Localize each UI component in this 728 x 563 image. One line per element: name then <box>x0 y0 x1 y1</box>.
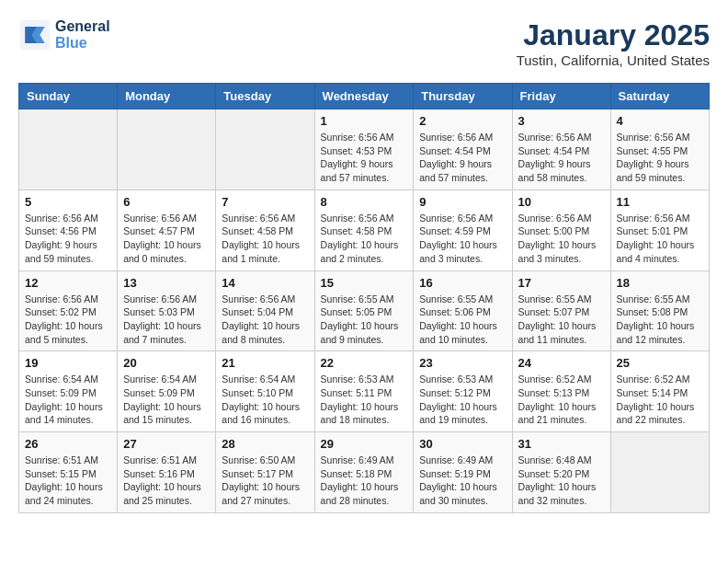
day-number: 18 <box>617 276 703 290</box>
day-number: 29 <box>321 437 408 451</box>
day-info: Sunrise: 6:54 AM Sunset: 5:09 PM Dayligh… <box>123 373 210 427</box>
calendar-cell: 29Sunrise: 6:49 AM Sunset: 5:18 PM Dayli… <box>314 432 414 513</box>
day-info: Sunrise: 6:54 AM Sunset: 5:09 PM Dayligh… <box>25 373 111 427</box>
day-number: 1 <box>321 114 408 128</box>
day-number: 25 <box>617 356 703 370</box>
day-info: Sunrise: 6:48 AM Sunset: 5:20 PM Dayligh… <box>518 454 605 508</box>
weekday-header-row: SundayMondayTuesdayWednesdayThursdayFrid… <box>19 84 710 109</box>
calendar-week-row: 1Sunrise: 6:56 AM Sunset: 4:53 PM Daylig… <box>19 109 710 190</box>
calendar-cell: 26Sunrise: 6:51 AM Sunset: 5:15 PM Dayli… <box>19 432 118 513</box>
day-number: 21 <box>222 356 308 370</box>
day-number: 11 <box>617 195 703 209</box>
calendar-cell: 9Sunrise: 6:56 AM Sunset: 4:59 PM Daylig… <box>414 190 512 270</box>
weekday-header: Monday <box>118 84 216 109</box>
day-number: 4 <box>617 114 703 128</box>
day-info: Sunrise: 6:51 AM Sunset: 5:15 PM Dayligh… <box>25 454 111 508</box>
logo-icon <box>18 18 51 52</box>
day-info: Sunrise: 6:56 AM Sunset: 4:58 PM Dayligh… <box>321 212 408 266</box>
calendar: SundayMondayTuesdayWednesdayThursdayFrid… <box>18 83 710 513</box>
day-number: 20 <box>123 356 210 370</box>
day-number: 31 <box>518 437 605 451</box>
calendar-cell: 22Sunrise: 6:53 AM Sunset: 5:11 PM Dayli… <box>314 351 414 432</box>
day-info: Sunrise: 6:56 AM Sunset: 4:57 PM Dayligh… <box>123 212 210 266</box>
location: Tustin, California, United States <box>517 52 710 68</box>
day-info: Sunrise: 6:55 AM Sunset: 5:05 PM Dayligh… <box>321 293 408 347</box>
title-block: January 2025 Tustin, California, United … <box>517 18 710 68</box>
day-info: Sunrise: 6:53 AM Sunset: 5:12 PM Dayligh… <box>419 373 506 427</box>
calendar-cell: 5Sunrise: 6:56 AM Sunset: 4:56 PM Daylig… <box>19 190 118 270</box>
day-number: 13 <box>123 276 210 290</box>
calendar-cell: 28Sunrise: 6:50 AM Sunset: 5:17 PM Dayli… <box>216 432 314 513</box>
calendar-cell: 20Sunrise: 6:54 AM Sunset: 5:09 PM Dayli… <box>118 351 216 432</box>
logo: General Blue <box>18 18 110 52</box>
day-info: Sunrise: 6:56 AM Sunset: 5:01 PM Dayligh… <box>617 212 703 266</box>
calendar-cell: 21Sunrise: 6:54 AM Sunset: 5:10 PM Dayli… <box>216 351 314 432</box>
day-info: Sunrise: 6:56 AM Sunset: 4:55 PM Dayligh… <box>617 131 703 185</box>
calendar-cell: 11Sunrise: 6:56 AM Sunset: 5:01 PM Dayli… <box>610 190 709 270</box>
day-info: Sunrise: 6:56 AM Sunset: 4:59 PM Dayligh… <box>419 212 506 266</box>
calendar-cell: 3Sunrise: 6:56 AM Sunset: 4:54 PM Daylig… <box>512 109 610 190</box>
calendar-cell: 8Sunrise: 6:56 AM Sunset: 4:58 PM Daylig… <box>314 190 414 270</box>
calendar-cell: 19Sunrise: 6:54 AM Sunset: 5:09 PM Dayli… <box>19 351 118 432</box>
day-number: 3 <box>518 114 605 128</box>
day-info: Sunrise: 6:52 AM Sunset: 5:13 PM Dayligh… <box>518 373 605 427</box>
day-info: Sunrise: 6:49 AM Sunset: 5:19 PM Dayligh… <box>419 454 506 508</box>
day-info: Sunrise: 6:55 AM Sunset: 5:07 PM Dayligh… <box>518 293 605 347</box>
weekday-header: Friday <box>512 84 610 109</box>
day-number: 30 <box>419 437 506 451</box>
day-number: 26 <box>25 437 111 451</box>
day-info: Sunrise: 6:51 AM Sunset: 5:16 PM Dayligh… <box>123 454 210 508</box>
weekday-header: Saturday <box>610 84 709 109</box>
weekday-header: Thursday <box>414 84 512 109</box>
day-info: Sunrise: 6:56 AM Sunset: 4:54 PM Dayligh… <box>419 131 506 185</box>
calendar-week-row: 12Sunrise: 6:56 AM Sunset: 5:02 PM Dayli… <box>19 270 710 351</box>
calendar-cell: 23Sunrise: 6:53 AM Sunset: 5:12 PM Dayli… <box>414 351 512 432</box>
day-number: 16 <box>419 276 506 290</box>
day-info: Sunrise: 6:56 AM Sunset: 5:03 PM Dayligh… <box>123 293 210 347</box>
day-number: 17 <box>518 276 605 290</box>
day-number: 22 <box>321 356 408 370</box>
weekday-header: Tuesday <box>216 84 314 109</box>
day-info: Sunrise: 6:50 AM Sunset: 5:17 PM Dayligh… <box>222 454 308 508</box>
weekday-header: Sunday <box>19 84 118 109</box>
calendar-cell: 2Sunrise: 6:56 AM Sunset: 4:54 PM Daylig… <box>414 109 512 190</box>
calendar-cell: 17Sunrise: 6:55 AM Sunset: 5:07 PM Dayli… <box>512 270 610 351</box>
calendar-cell: 24Sunrise: 6:52 AM Sunset: 5:13 PM Dayli… <box>512 351 610 432</box>
day-number: 10 <box>518 195 605 209</box>
day-info: Sunrise: 6:55 AM Sunset: 5:06 PM Dayligh… <box>419 293 506 347</box>
day-number: 2 <box>419 114 506 128</box>
day-info: Sunrise: 6:56 AM Sunset: 4:58 PM Dayligh… <box>222 212 308 266</box>
page-header: General Blue January 2025 Tustin, Califo… <box>18 18 710 68</box>
logo-text: General Blue <box>55 18 110 52</box>
day-number: 28 <box>222 437 308 451</box>
calendar-cell <box>610 432 709 513</box>
calendar-cell: 30Sunrise: 6:49 AM Sunset: 5:19 PM Dayli… <box>414 432 512 513</box>
day-number: 24 <box>518 356 605 370</box>
calendar-cell: 7Sunrise: 6:56 AM Sunset: 4:58 PM Daylig… <box>216 190 314 270</box>
day-number: 12 <box>25 276 111 290</box>
day-info: Sunrise: 6:56 AM Sunset: 4:54 PM Dayligh… <box>518 131 605 185</box>
calendar-cell: 14Sunrise: 6:56 AM Sunset: 5:04 PM Dayli… <box>216 270 314 351</box>
calendar-cell <box>216 109 314 190</box>
day-number: 27 <box>123 437 210 451</box>
day-info: Sunrise: 6:56 AM Sunset: 5:02 PM Dayligh… <box>25 293 111 347</box>
day-number: 15 <box>321 276 408 290</box>
calendar-cell: 25Sunrise: 6:52 AM Sunset: 5:14 PM Dayli… <box>610 351 709 432</box>
calendar-cell: 4Sunrise: 6:56 AM Sunset: 4:55 PM Daylig… <box>610 109 709 190</box>
calendar-cell: 12Sunrise: 6:56 AM Sunset: 5:02 PM Dayli… <box>19 270 118 351</box>
calendar-cell <box>19 109 118 190</box>
calendar-cell: 31Sunrise: 6:48 AM Sunset: 5:20 PM Dayli… <box>512 432 610 513</box>
day-number: 23 <box>419 356 506 370</box>
calendar-cell: 13Sunrise: 6:56 AM Sunset: 5:03 PM Dayli… <box>118 270 216 351</box>
month-title: January 2025 <box>517 18 710 52</box>
day-info: Sunrise: 6:54 AM Sunset: 5:10 PM Dayligh… <box>222 373 308 427</box>
day-info: Sunrise: 6:56 AM Sunset: 5:04 PM Dayligh… <box>222 293 308 347</box>
day-number: 8 <box>321 195 408 209</box>
day-info: Sunrise: 6:55 AM Sunset: 5:08 PM Dayligh… <box>617 293 703 347</box>
day-info: Sunrise: 6:53 AM Sunset: 5:11 PM Dayligh… <box>321 373 408 427</box>
calendar-week-row: 5Sunrise: 6:56 AM Sunset: 4:56 PM Daylig… <box>19 190 710 270</box>
calendar-week-row: 26Sunrise: 6:51 AM Sunset: 5:15 PM Dayli… <box>19 432 710 513</box>
calendar-cell: 16Sunrise: 6:55 AM Sunset: 5:06 PM Dayli… <box>414 270 512 351</box>
calendar-cell: 1Sunrise: 6:56 AM Sunset: 4:53 PM Daylig… <box>314 109 414 190</box>
day-number: 6 <box>123 195 210 209</box>
